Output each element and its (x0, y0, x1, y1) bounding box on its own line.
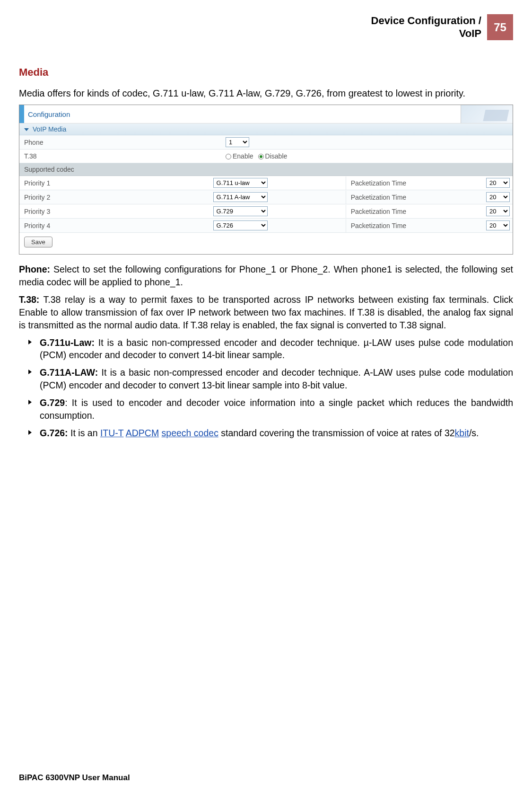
page-header: Device Configuration / VoIP 75 (19, 14, 513, 40)
select-codec-1[interactable]: G.711 u-law (213, 178, 268, 188)
voip-media-label: VoIP Media (33, 125, 66, 133)
label-priority-3: Priority 3 (19, 205, 210, 218)
select-phone[interactable]: 1 (226, 137, 249, 147)
row-t38: T.38 Enable Disable (19, 150, 513, 163)
collapse-arrow-icon (24, 128, 29, 131)
header-title: Device Configuration / VoIP (371, 15, 481, 40)
select-ptime-3[interactable]: 20 (486, 206, 510, 216)
label-t38: T.38 (19, 150, 223, 163)
row-phone: Phone 1 (19, 135, 513, 150)
select-codec-2[interactable]: G.711 A-law (213, 192, 268, 202)
row-priority-1: Priority 1 G.711 u-law Packetization Tim… (19, 176, 513, 190)
select-ptime-1[interactable]: 20 (486, 178, 510, 188)
page-number: 75 (487, 14, 513, 40)
bullet-g729: G.729: It is used to encoder and decoder… (19, 396, 513, 422)
label-ptime-4: Packetization Time (346, 219, 483, 232)
row-priority-2: Priority 2 G.711 A-law Packetization Tim… (19, 190, 513, 204)
label-ptime-3: Packetization Time (346, 205, 483, 218)
link-adpcm[interactable]: ADPCM (126, 428, 159, 438)
para-t38-bold: T.38: (19, 294, 39, 305)
bullet-g711u: G.711u-Law: It is a basic non-compressed… (19, 336, 513, 362)
supported-codec-band: Supported codec (19, 163, 513, 176)
header-title-line1: Device Configuration / (371, 15, 481, 27)
para-t38: T.38: T.38 relay is a way to permit faxe… (19, 293, 513, 332)
para-phone-text: Select to set the following configuratio… (19, 264, 513, 287)
para-phone-bold: Phone: (19, 264, 50, 274)
bullet-g726: G.726: It is an ITU-T ADPCM speech codec… (19, 427, 513, 440)
footer: BiPAC 6300VNP User Manual (19, 773, 130, 783)
config-banner-image (461, 105, 513, 123)
config-bar: Configuration (19, 105, 513, 123)
save-button[interactable]: Save (24, 237, 52, 247)
select-ptime-4[interactable]: 20 (486, 220, 510, 230)
link-kbit[interactable]: kbit (455, 428, 469, 438)
radio-icon (258, 154, 264, 159)
label-ptime-1: Packetization Time (346, 176, 483, 190)
select-ptime-2[interactable]: 20 (486, 192, 510, 202)
radio-t38-disable[interactable]: Disable (258, 152, 288, 160)
body-text: Phone: Select to set the following confi… (19, 263, 513, 440)
label-priority-1: Priority 1 (19, 176, 210, 190)
link-speech-codec[interactable]: speech codec (162, 428, 218, 438)
config-stripe (19, 105, 24, 123)
label-priority-2: Priority 2 (19, 191, 210, 204)
row-priority-3: Priority 3 G.729 Packetization Time 20 (19, 204, 513, 219)
label-phone: Phone (19, 136, 223, 149)
voip-media-band[interactable]: VoIP Media (19, 123, 513, 135)
row-priority-4: Priority 4 G.726 Packetization Time 20 (19, 219, 513, 233)
config-screenshot: Configuration VoIP Media Phone 1 T.38 En… (19, 105, 513, 255)
section-title: Media (19, 66, 513, 79)
label-priority-4: Priority 4 (19, 219, 210, 232)
header-title-line2: VoIP (371, 27, 481, 40)
save-row: Save (19, 233, 513, 254)
radio-t38-enable[interactable]: Enable (226, 152, 253, 160)
link-itu-t[interactable]: ITU-T (100, 428, 123, 438)
select-codec-4[interactable]: G.726 (213, 220, 268, 230)
config-label: Configuration (24, 107, 461, 121)
para-phone: Phone: Select to set the following confi… (19, 263, 513, 289)
bullet-g711a: G.711A-LAW: It is a basic non-compressed… (19, 366, 513, 392)
intro-text: Media offers for kinds of codec, G.711 u… (19, 87, 513, 100)
select-codec-3[interactable]: G.729 (213, 206, 268, 216)
radio-icon (226, 154, 231, 159)
label-ptime-2: Packetization Time (346, 191, 483, 204)
para-t38-text: T.38 relay is a way to permit faxes to b… (19, 294, 513, 330)
bullet-list: G.711u-Law: It is a basic non-compressed… (19, 336, 513, 440)
